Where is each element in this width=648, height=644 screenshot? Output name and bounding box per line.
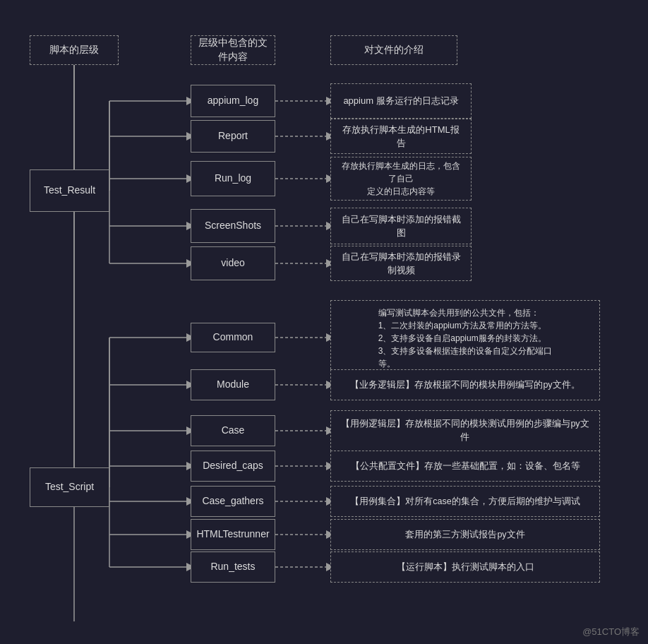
desc-run-log: 存放执行脚本生成的日志，包含了自己定义的日志内容等	[330, 157, 472, 201]
item-run-log: Run_log	[191, 161, 275, 196]
header-col3: 对文件的介绍	[330, 35, 457, 65]
item-report: Report	[191, 120, 275, 153]
item-module: Module	[191, 369, 275, 400]
item-case: Case	[191, 415, 275, 446]
desc-htmltestrunner: 套用的第三方测试报告py文件	[330, 519, 600, 550]
item-case-gathers: Case_gathers	[191, 486, 275, 517]
desc-module: 【业务逻辑层】存放根据不同的模块用例编写的py文件。	[330, 369, 600, 400]
desc-case: 【用例逻辑层】存放根据不同的模块测试用例的步骤编与py文件	[330, 410, 600, 451]
desc-desired-caps: 【公共配置文件】存放一些基础配置，如：设备、包名等	[330, 451, 600, 482]
desc-case-gathers: 【用例集合】对所有case的集合，方便后期的维护与调试	[330, 486, 600, 517]
item-screenshots: ScreenShots	[191, 209, 275, 243]
desc-screenshots: 自己在写脚本时添加的报错截图	[330, 208, 472, 244]
watermark: @51CTO博客	[582, 626, 640, 638]
item-common: Common	[191, 323, 275, 352]
desc-appium-log: appium 服务运行的日志记录	[330, 83, 472, 119]
desc-common: 编写测试脚本会共用到的公共文件，包括：1、二次封装的appium方法及常用的方法…	[330, 300, 600, 376]
item-appium-log: appium_log	[191, 85, 275, 117]
group-test-result: Test_Result	[30, 169, 109, 212]
desc-report: 存放执行脚本生成的HTML报告	[330, 119, 472, 154]
item-run-tests: Run_tests	[191, 551, 275, 583]
header-col1: 脚本的层级	[30, 35, 119, 65]
group-test-script: Test_Script	[30, 467, 109, 507]
desc-video: 自己在写脚本时添加的报错录制视频	[330, 246, 472, 281]
item-desired-caps: Desired_caps	[191, 451, 275, 482]
diagram-container: 脚本的层级 层级中包含的文件内容 对文件的介绍 Test_Result appi…	[0, 0, 648, 644]
item-video: video	[191, 246, 275, 280]
item-htmltestrunner: HTMLTestrunner	[191, 519, 275, 550]
desc-run-tests: 【运行脚本】执行测试脚本的入口	[330, 551, 600, 583]
header-col2: 层级中包含的文件内容	[191, 35, 275, 65]
